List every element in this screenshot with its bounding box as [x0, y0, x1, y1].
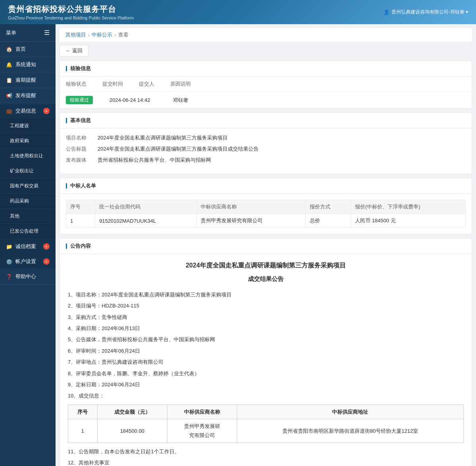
sidebar-header: 菜单 ☰: [0, 24, 56, 42]
winner-cell-method-0: 总价: [306, 214, 351, 228]
inner-cell-amount-0: 184500.00: [97, 419, 167, 443]
verification-card-header: 核验信息: [60, 61, 472, 76]
sidebar-item-system-notice[interactable]: 🔔 系统通知: [0, 57, 56, 73]
site-title: 贵州省招标投标公共服务平台: [8, 4, 134, 15]
verification-data-row: 核验通过 2024-06-24 14:42 邓钰奢: [60, 92, 472, 108]
verify-status: 核验通过: [66, 96, 94, 104]
winner-list-title: 中标人名单: [70, 182, 96, 189]
ann-item-12-title: 12、其他补充事宜: [68, 458, 464, 466]
sidebar-menu-icon[interactable]: ☰: [44, 29, 50, 36]
logo-area: 贵州省招标投标公共服务平台 GuiZhou Province Tendering…: [8, 4, 134, 20]
sidebar-account-label: 帐户设置: [15, 258, 36, 265]
sidebar-item-published-handled[interactable]: 已发公告处理: [0, 224, 56, 239]
basic-info-card-header: 基本信息: [60, 113, 472, 128]
breadcrumb-sep-1: ›: [88, 32, 90, 38]
ann-item-2: 2、项目编号：HDZB-2024-115: [68, 301, 464, 310]
verify-col-header-status: 核验状态: [66, 80, 86, 88]
breadcrumb-item-1[interactable]: 中标公示: [92, 31, 112, 38]
basic-info-row-1: 公告标题 2024年度全国走私重点调研课题编制第三方服务采购项目成交结果公告: [66, 145, 466, 153]
winner-cell-name-0: 贵州甲秀发展研究有限公司: [196, 214, 306, 228]
transaction-inner-table: 序号 成交金额（元） 中标供应商名称 中标供应商地址 1 184500.00 贵…: [68, 405, 464, 443]
winner-cell-value-0: 人民币 184500 元: [351, 214, 465, 228]
winner-cell-seq-0: 1: [66, 214, 95, 228]
user-info[interactable]: 贵州弘典建设咨询有限公司-邓钰奢 ▾: [384, 9, 468, 15]
breadcrumb-sep-2: ›: [114, 32, 116, 38]
ann-item-6: 6、评审时间：2024年06月24日: [68, 346, 464, 355]
main-layout: 菜单 ☰ 🏠 首页 🔔 系统通知 📋 逾期提醒 📢 发布提醒 💼 交易信息 +: [0, 24, 476, 466]
ann-item-8: 8、评审委员会名单，陈鹏、李金升、蔡婷婷（业主代表）: [68, 369, 464, 378]
winner-list-body: 序号 统一社会信用代码 中标供应商名称 报价方式 报价(中标价、下浮率或费率) …: [60, 194, 472, 234]
sidebar-item-help[interactable]: ❓ 帮助中心: [0, 269, 56, 285]
basic-info-card: 基本信息 项目名称 2024年度全国走私重点调研课题编制第三方服务采购项目 公告…: [60, 113, 472, 174]
sidebar-published-label: 已发公告处理: [10, 228, 38, 235]
basic-info-row-2: 发布媒体 贵州省招标投标公共服务平台、中国采购与招标网: [66, 157, 466, 164]
inner-cell-name-0: 贵州甲秀发展研 究有限公司: [167, 419, 237, 443]
ann-item-3: 3、采购方式：竞争性磋商: [68, 313, 464, 322]
verify-col-header-reason: 原因说明: [170, 80, 191, 88]
inner-col-address: 中标供应商地址: [237, 405, 463, 419]
announcement-body: 2024年度全国走私重点调研课题编制第三方服务采购项目 成交结果公告 1、项目名…: [60, 254, 472, 466]
winner-cell-code-0: 91520102MAD7UUK34L: [95, 214, 197, 228]
verification-title: 核验信息: [70, 65, 91, 72]
sidebar-system-notice-label: 系统通知: [15, 61, 36, 68]
sidebar-others-label: 其他: [10, 213, 19, 220]
sidebar-gov-label: 政府采购: [10, 138, 29, 144]
header: 贵州省招标投标公共服务平台 GuiZhou Province Tendering…: [0, 0, 476, 24]
winner-col-code: 统一社会信用代码: [95, 200, 197, 214]
account-icon: ⚙️: [6, 259, 12, 265]
sidebar-credit-label: 诚信档案: [15, 243, 36, 250]
winner-col-quote-value: 报价(中标价、下浮率或费率): [351, 200, 465, 214]
basic-info-title: 基本信息: [70, 117, 91, 124]
sidebar-deadline-label: 逾期提醒: [15, 76, 36, 84]
main-content: 其他项目 › 中标公示 › 查看 ← 返回 核验信息 核验状态 提交时间 提交人…: [56, 24, 476, 466]
sidebar-item-mineral-rights[interactable]: 矿业权出让: [0, 164, 56, 179]
verify-person: 邓钰奢: [173, 97, 205, 104]
ann-item-1: 1、项目名称：2024年度全国走私重点调研课题编制第三方服务采购项目: [68, 290, 464, 299]
site-subtitle: GuiZhou Province Tendering and Bidding P…: [8, 15, 134, 20]
sidebar-help-label: 帮助中心: [15, 273, 36, 280]
sidebar-item-home[interactable]: 🏠 首页: [0, 42, 56, 57]
verification-card: 核验信息 核验状态 提交时间 提交人 原因说明 核验通过 2024-06-24 …: [60, 61, 472, 109]
sidebar-section-account[interactable]: ⚙️ 帐户设置 +: [0, 254, 56, 269]
status-badge: 核验通过: [66, 96, 93, 104]
basic-info-value-0: 2024年度全国走私重点调研课题编制第三方服务采购项目: [98, 134, 466, 141]
back-button[interactable]: ← 返回: [60, 45, 88, 57]
basic-info-label-1: 公告标题: [66, 145, 98, 153]
sidebar-section-transaction[interactable]: 💼 交易信息 +: [0, 103, 56, 118]
winner-list-card-header: 中标人名单: [60, 178, 472, 194]
sidebar-item-drug[interactable]: 药品采购: [0, 194, 56, 209]
sidebar-item-engineering[interactable]: 工程建设: [0, 118, 56, 134]
inner-col-name: 中标供应商名称: [167, 405, 237, 419]
ann-item-7: 7、评审地点：贵州弘典建设咨询有限公司: [68, 357, 464, 367]
sidebar-state-label: 国有产权交易: [10, 183, 38, 189]
sidebar-mineral-label: 矿业权出让: [10, 168, 34, 174]
verify-col-header-time: 提交时间: [102, 80, 123, 88]
deadline-icon: 📋: [6, 77, 12, 83]
sidebar-item-publish-reminder[interactable]: 📢 发布提醒: [0, 88, 56, 103]
breadcrumb-item-0[interactable]: 其他项目: [65, 31, 86, 38]
publish-icon: 📢: [6, 93, 12, 99]
sidebar-land-label: 土地使用权出让: [10, 153, 43, 159]
sidebar-item-others[interactable]: 其他: [0, 209, 56, 224]
transaction-icon: 💼: [6, 108, 12, 114]
help-icon: ❓: [6, 274, 12, 280]
verify-time: 2024-06-24 14:42: [109, 97, 157, 103]
announcement-main-title: 2024年度全国走私重点调研课题编制第三方服务采购项目: [68, 260, 464, 271]
sidebar-item-deadline-reminder[interactable]: 📋 逾期提醒: [0, 73, 56, 88]
basic-info-body: 项目名称 2024年度全国走私重点调研课题编制第三方服务采购项目 公告标题 20…: [60, 128, 472, 174]
sidebar-section-credit[interactable]: 📁 诚信档案 +: [0, 239, 56, 254]
basic-info-row-0: 项目名称 2024年度全国走私重点调研课题编制第三方服务采购项目: [66, 134, 466, 141]
winner-col-seq: 序号: [66, 200, 95, 214]
announcement-card: 公告内容 2024年度全国走私重点调研课题编制第三方服务采购项目 成交结果公告 …: [60, 238, 472, 466]
sidebar: 菜单 ☰ 🏠 首页 🔔 系统通知 📋 逾期提醒 📢 发布提醒 💼 交易信息 +: [0, 24, 56, 466]
credit-badge: +: [43, 243, 50, 250]
transaction-badge: +: [43, 108, 50, 114]
sidebar-item-gov-procurement[interactable]: 政府采购: [0, 134, 56, 149]
winner-col-quote-method: 报价方式: [306, 200, 351, 214]
sidebar-item-state-assets[interactable]: 国有产权交易: [0, 179, 56, 194]
inner-col-seq: 序号: [68, 405, 98, 419]
verification-header-row: 核验状态 提交时间 提交人 原因说明: [60, 76, 472, 92]
breadcrumb-item-2: 查看: [118, 31, 129, 38]
sidebar-item-land-rights[interactable]: 土地使用权出让: [0, 149, 56, 164]
announcement-subtitle: 成交结果公告: [68, 273, 464, 284]
